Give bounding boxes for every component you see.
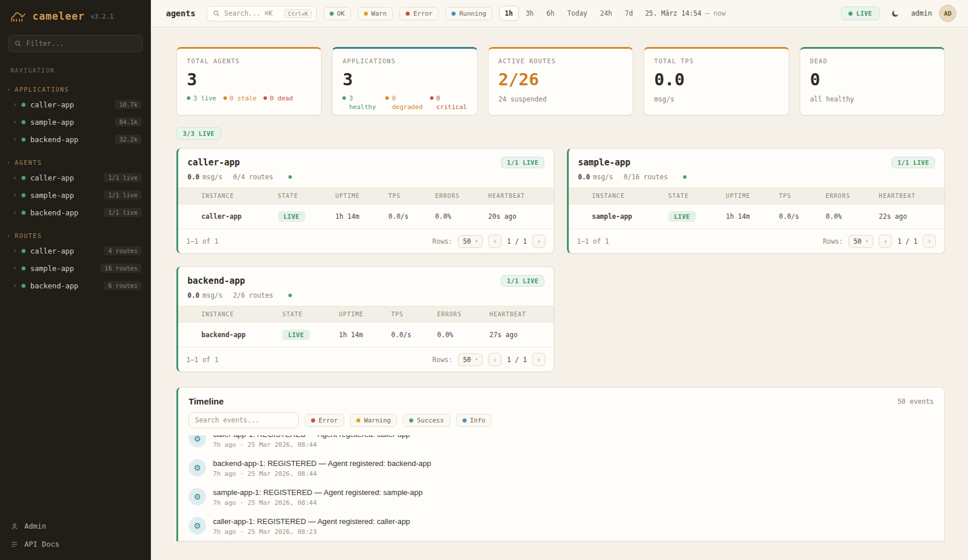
rows-label: Rows: [432,356,453,364]
prev-page-button[interactable]: ‹ [488,234,501,248]
tps-value: 0.0/s [382,204,429,229]
datetime-separator: — [706,9,710,17]
rows-per-page-value: 50 [463,237,471,245]
next-page-button[interactable]: › [923,234,936,248]
stat-card-total-tps: TOTAL TPS 0.0 msg/s [644,47,789,115]
range-button-7d[interactable]: 7d [619,6,639,21]
stat-card-active-routes: ACTIVE ROUTES 2/26 24 suspended [488,47,633,115]
timeline-event-list[interactable]: ⚙ caller-app-1: REGISTERED — Agent regis… [178,435,944,541]
avatar[interactable]: AD [939,5,956,22]
table-row[interactable]: sample-app LIVE 1h 14m 0.0/s 0.0% 22s ag… [569,204,944,229]
sidebar-item-agents-sample-app[interactable]: › sample-app 1/1 live [0,186,151,204]
timeline-filter-error[interactable]: Error [305,414,344,427]
theme-toggle-button[interactable] [887,5,904,22]
filter-chip-error[interactable]: Error [399,7,439,20]
app-card-caller-app: caller-app 1/1 LIVE 0.0 msg/s 0/4 routes [176,148,554,254]
tps-value: 0.0/s [385,323,431,348]
sidebar-item-applications-backend-app[interactable]: › backend-app 32.2k [0,131,151,148]
sidebar-item-routes-backend-app[interactable]: › backend-app 6 routes [0,277,151,294]
live-badge: 1/1 LIVE [501,157,544,168]
status-dot [21,138,26,142]
timeline-filter-info[interactable]: Info [456,414,492,427]
stat-card-applications: APPLICATIONS 3 3 healthy 0 degraded [332,47,477,115]
list-item[interactable]: ⚙ sample-app-1: REGISTERED — Agent regis… [189,483,934,512]
next-page-button[interactable]: › [532,353,546,366]
app-logo[interactable]: cameleer v3.2.1 [0,0,151,31]
list-item[interactable]: ⚙ backend-app-1: REGISTERED — Agent regi… [189,454,934,483]
range-button-today[interactable]: Today [561,6,593,21]
sidebar-item-agents-backend-app[interactable]: › backend-app 1/1 live [0,204,151,221]
state-badge: LIVE [278,211,305,222]
prev-page-button[interactable]: ‹ [488,353,501,366]
sidebar-filter-input[interactable] [26,39,136,48]
uptime-value: 1h 14m [333,323,385,348]
filter-chip-ok[interactable]: OK [323,7,351,20]
sidebar-item-applications-caller-app[interactable]: › caller-app 10.7k [0,96,151,113]
sidebar-item-agents-caller-app[interactable]: › caller-app 1/1 live [0,169,151,186]
prev-page-button[interactable]: ‹ [879,234,892,248]
timeline-filter-success[interactable]: Success [403,414,450,427]
event-text: caller-app-1: REGISTERED — Agent registe… [213,435,410,439]
sidebar-item-api-docs[interactable]: API Docs [10,540,140,548]
section-header-applications[interactable]: ▾ APPLICATIONS [0,83,151,96]
section-header-agents[interactable]: ▾ AGENTS [0,156,151,169]
row-range: 1–1 of 1 [186,237,218,245]
app-card-backend-app: backend-app 1/1 LIVE 0.0 msg/s 2/6 route… [176,266,554,372]
nav-item-label: caller-app [30,174,74,182]
column-header: UPTIME [330,188,383,204]
table-row[interactable]: caller-app LIVE 1h 14m 0.0/s 0.0% 20s ag… [178,204,554,229]
filter-chip-running[interactable]: Running [445,7,492,20]
errors-value: 0.0% [429,204,483,229]
column-header-status [178,188,196,204]
nav-label: NAVIGATION [0,60,151,75]
range-button-1h[interactable]: 1h [499,6,519,21]
timeline-filter-label: Error [319,417,338,424]
table-row[interactable]: backend-app LIVE 1h 14m 0.0/s 0.0% 27s a… [178,323,554,348]
legend-dot [342,96,346,100]
stat-value: 2/26 [499,70,623,89]
uptime-value: 1h 14m [330,204,383,229]
timeline-filter-warning[interactable]: Warning [350,414,397,427]
search-icon [15,40,21,47]
timeline-filter-label: Warning [364,417,391,424]
next-page-button[interactable]: › [532,234,546,248]
list-item[interactable]: ⚙ caller-app-1: REGISTERED — Agent regis… [189,512,934,541]
page-title: agents [166,9,196,18]
legend-item: 3 live [187,95,216,103]
range-button-3h[interactable]: 3h [520,6,540,21]
range-button-24h[interactable]: 24h [594,6,618,21]
timeline-filter-label: Info [470,417,486,424]
sidebar-item-routes-sample-app[interactable]: › sample-app 16 routes [0,259,151,277]
rows-per-page-select[interactable]: 50 ▾ [458,353,483,366]
nav-section-agents: ▾ AGENTS › caller-app 1/1 live › sample-… [0,156,151,221]
stat-card-total-agents: TOTAL AGENTS 3 3 live 0 stale [176,47,322,115]
stats-row: TOTAL AGENTS 3 3 live 0 stale [176,47,945,115]
errors-value: 0.0% [431,323,483,348]
datetime-range[interactable]: 25. März 14:54 — now [645,9,726,17]
sidebar-item-routes-caller-app[interactable]: › caller-app 4 routes [0,242,151,259]
rate-unit: msg/s [203,291,223,299]
range-button-6h[interactable]: 6h [541,6,561,21]
timeline-search-input[interactable] [195,416,292,424]
column-header: STATE [276,306,333,323]
nav-item-label: backend-app [30,281,78,290]
chevron-down-icon: ▾ [475,239,478,244]
card-metrics: 0.0 msg/s 2/6 routes [178,291,554,306]
rows-per-page-select[interactable]: 50 ▾ [848,235,874,248]
live-summary-badge: 3/3 LIVE [176,127,221,140]
sidebar-item-applications-sample-app[interactable]: › sample-app 84.1k [0,113,151,131]
chevron-down-icon: ▾ [866,239,869,244]
column-header: TPS [773,188,820,204]
card-header: caller-app 1/1 LIVE [178,149,554,173]
section-header-routes[interactable]: ▾ ROUTES [0,229,151,242]
list-item[interactable]: ⚙ caller-app-1: REGISTERED — Agent regis… [189,435,934,454]
app-cards-grid: caller-app 1/1 LIVE 0.0 msg/s 0/4 routes [176,148,945,372]
filter-chip-warn[interactable]: Warn [357,7,393,20]
search-input[interactable] [225,9,280,17]
sidebar-item-admin[interactable]: Admin [10,522,140,530]
stat-subtext: 24 suspended [499,95,623,103]
stat-value: 0 [810,70,934,89]
rows-per-page-select[interactable]: 50 ▾ [458,235,483,248]
event-timestamp: 7h ago · 25 Mar 2026, 08:44 [213,470,431,478]
nav-item-badge: 1/1 live [104,190,142,200]
